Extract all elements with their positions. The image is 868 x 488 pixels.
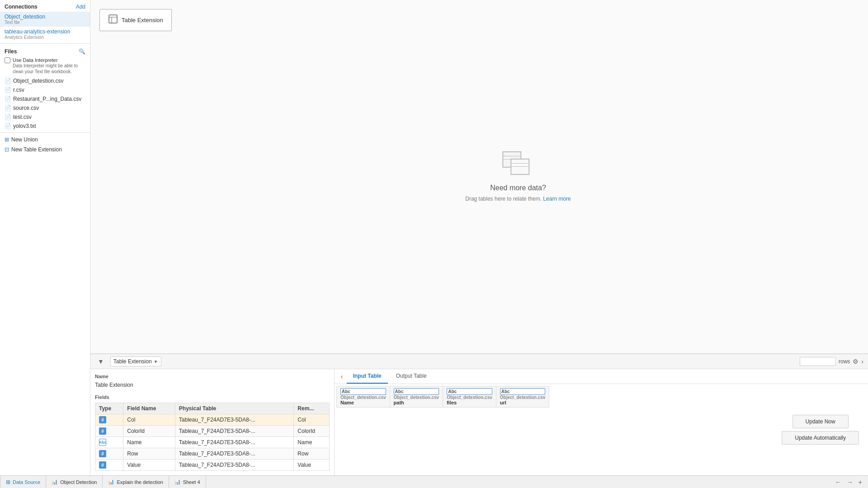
sheet-4[interactable]: 📊 Sheet 4 [169, 476, 206, 488]
fields-label: Fields [95, 394, 330, 400]
files-header: Files [5, 48, 17, 55]
action-buttons: Update Now Update Automatically [773, 384, 868, 475]
type-num-icon: # [99, 416, 106, 423]
file-item-5[interactable]: 📄 test.csv [0, 113, 90, 122]
data-table: Abc Object_detestion.csv Name Abc Object… [336, 386, 549, 408]
csv-icon: 📄 [5, 87, 11, 93]
fields-panel: Name Table Extension Fields Type Field N… [90, 369, 335, 475]
data-table-wrapper: Abc Object_detestion.csv Name Abc Object… [335, 384, 551, 475]
new-table-extension-button[interactable]: ⊡ New Table Extension [0, 145, 90, 155]
col-type: Type [95, 403, 123, 414]
col-field-name: Field Name [123, 403, 175, 414]
field-type-cell: Abc [95, 437, 123, 448]
expand-icon[interactable]: › [861, 358, 863, 365]
file-item-6[interactable]: 📄 yolov3.txt [0, 122, 90, 131]
field-physical-table-cell: Tableau_7_F24AD7E3-5DA8-... [175, 448, 293, 460]
rows-control: rows ⚙ › [800, 357, 863, 366]
data-source-tab[interactable]: ⊞ Data Source [0, 476, 46, 488]
sheet-icon-2: 📊 [108, 479, 114, 485]
connections-header: Connections [5, 4, 38, 10]
rows-input[interactable] [800, 357, 836, 366]
connection-item-1[interactable]: Object_detestion Text file [0, 12, 90, 27]
data-col-header: Abc Object_detestion.csv url [496, 386, 549, 408]
name-value: Table Extension [95, 380, 330, 390]
table-row: # Row Tableau_7_F24AD7E3-5DA8-... Row [95, 448, 330, 460]
add-connection-button[interactable]: Add [76, 4, 85, 10]
file-item-2[interactable]: 📄 r.csv [0, 85, 90, 94]
data-panel: ‹ Input Table Output Table Abc Object_de… [335, 369, 868, 475]
type-num-icon: # [99, 450, 106, 457]
rows-label: rows [839, 358, 850, 365]
svg-rect-0 [109, 15, 117, 23]
type-num-icon: # [99, 461, 106, 469]
field-name-cell: ColorId [123, 426, 175, 437]
table-extension-icon [108, 14, 118, 26]
type-abc-icon: Abc [99, 439, 106, 446]
status-nav: ← → + [833, 478, 868, 487]
tab-prev-button[interactable]: ‹ [339, 370, 345, 383]
table-row: # Col Tableau_7_F24AD7E3-5DA8-... Col [95, 414, 330, 426]
learn-more-link[interactable]: Learn more [543, 196, 571, 202]
data-col-header: Abc Object_detestion.csv files [443, 386, 496, 408]
table-row: # ColorId Tableau_7_F24AD7E3-5DA8-... Co… [95, 426, 330, 437]
update-now-button[interactable]: Update Now [793, 415, 849, 428]
data-source-icon: ⊞ [6, 479, 10, 485]
field-name-cell: Name [123, 437, 175, 448]
col-remap: Rem... [294, 403, 330, 414]
field-name-cell: Row [123, 448, 175, 460]
field-physical-table-cell: Tableau_7_F24AD7E3-5DA8-... [175, 460, 293, 471]
settings-icon[interactable]: ⚙ [853, 358, 859, 365]
sheet-explain-detection[interactable]: 📊 Explain the detection [103, 476, 169, 488]
collapse-button[interactable]: ▼ [95, 356, 107, 367]
csv-icon: 📄 [5, 114, 11, 120]
field-physical-table-cell: Tableau_7_F24AD7E3-5DA8-... [175, 414, 293, 426]
canvas-area: Table Extension Need more data? Dra [90, 0, 868, 475]
search-icon[interactable]: 🔍 [79, 48, 85, 55]
fields-table: Type Field Name Physical Table Rem... # … [95, 403, 330, 471]
field-type-cell: # [95, 426, 123, 437]
sheet-icon-1: 📊 [52, 479, 58, 485]
nav-prev-button[interactable]: ← [833, 478, 844, 487]
file-item-4[interactable]: 📄 source.csv [0, 103, 90, 113]
database-icon [502, 151, 534, 178]
field-name-cell: Col [123, 414, 175, 426]
tab-input-table[interactable]: Input Table [347, 369, 388, 384]
nav-next-button[interactable]: → [844, 478, 855, 487]
data-row-area: Abc Object_detestion.csv Name Abc Object… [335, 384, 868, 475]
field-type-cell: # [95, 414, 123, 426]
add-sheet-button[interactable]: + [856, 478, 864, 487]
file-item-3[interactable]: 📄 Restaurant_P...ing_Data.csv [0, 94, 90, 103]
sheet-icon-3: 📊 [175, 479, 181, 485]
field-type-cell: # [95, 460, 123, 471]
field-physical-table-cell: Tableau_7_F24AD7E3-5DA8-... [175, 437, 293, 448]
need-more-subtitle: Drag tables here to relate them. Learn m… [465, 196, 571, 202]
sidebar: Connections Add Object_detestion Text fi… [0, 0, 90, 475]
table-extension-box[interactable]: Table Extension [99, 9, 172, 31]
bottom-toolbar: ▼ Table Extension ▼ rows ⚙ › [90, 354, 868, 369]
tab-output-table[interactable]: Output Table [390, 369, 433, 384]
sheet-object-detection[interactable]: 📊 Object Detection [46, 476, 103, 488]
connection-item-2[interactable]: tableau-analytics-extension Analytics Ex… [0, 27, 90, 42]
field-remap-cell: ColorId [294, 426, 330, 437]
union-icon: ⊞ [5, 136, 9, 143]
file-item-1[interactable]: 📄 Object_detestion.csv [0, 76, 90, 85]
need-more-data-area: Need more data? Drag tables here to rela… [465, 151, 571, 202]
type-num-icon: # [99, 427, 106, 435]
bottom-panel: ▼ Table Extension ▼ rows ⚙ › Name [90, 353, 868, 475]
update-automatically-button[interactable]: Update Automatically [782, 431, 859, 445]
extension-icon: ⊡ [5, 146, 9, 153]
table-row: Abc Name Tableau_7_F24AD7E3-5DA8-... Nam… [95, 437, 330, 448]
dropdown-arrow-icon: ▼ [154, 359, 158, 364]
csv-icon: 📄 [5, 96, 11, 102]
field-remap-cell: Row [294, 448, 330, 460]
need-more-title: Need more data? [490, 184, 546, 192]
col-physical-table: Physical Table [175, 403, 293, 414]
name-label: Name [95, 374, 330, 379]
new-union-button[interactable]: ⊞ New Union [0, 135, 90, 145]
txt-icon: 📄 [5, 123, 11, 129]
data-col-header: Abc Object_detestion.csv path [390, 386, 443, 408]
use-data-interpreter-checkbox[interactable]: Use Data Interpreter Data Interpreter mi… [0, 56, 90, 76]
field-remap-cell: Value [294, 460, 330, 471]
field-type-cell: # [95, 448, 123, 460]
table-extension-dropdown[interactable]: Table Extension ▼ [110, 357, 161, 366]
